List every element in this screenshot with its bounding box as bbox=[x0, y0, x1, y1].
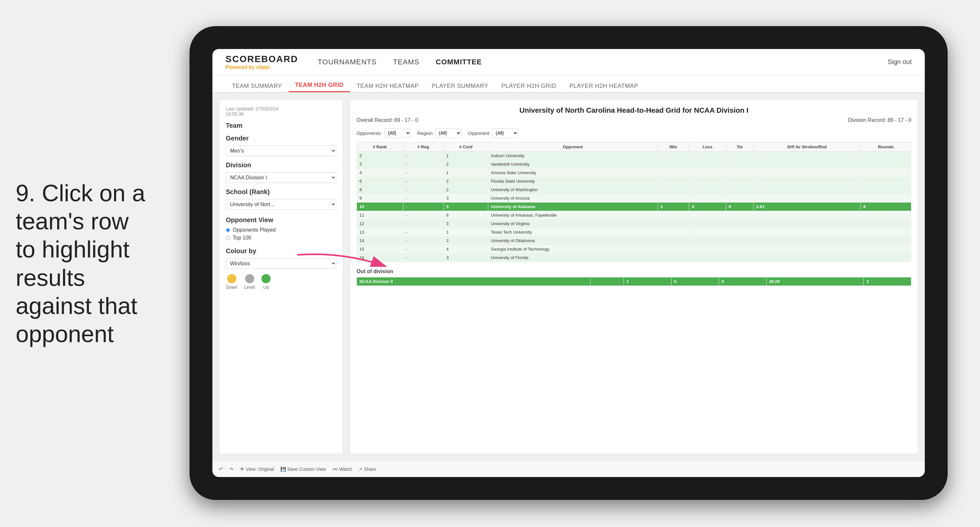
table-row[interactable]: 11-6University of Arkansas, Fayetteville bbox=[357, 211, 912, 220]
opponent-cell: University of Florida bbox=[488, 253, 658, 262]
logo-text: SCOREBOARD bbox=[226, 54, 298, 64]
redo-btn[interactable]: ↷ bbox=[229, 466, 233, 472]
loss-cell bbox=[689, 151, 726, 160]
col-opponent: Opponent bbox=[488, 142, 658, 151]
rounds-cell bbox=[861, 160, 911, 169]
table-row[interactable]: 15-4Georgia Institute of Technology bbox=[357, 245, 912, 253]
reg-cell: - bbox=[403, 237, 444, 245]
table-row[interactable]: 3-2Vanderbilt University bbox=[357, 160, 912, 169]
win-cell bbox=[657, 253, 689, 262]
nav-teams[interactable]: TEAMS bbox=[393, 57, 420, 68]
tab-player-h2h-heatmap[interactable]: PLAYER H2H HEATMAP bbox=[563, 80, 645, 92]
table-row[interactable]: 4-1Arizona State University bbox=[357, 169, 912, 177]
watch-label: Watch bbox=[339, 466, 352, 472]
table-row[interactable]: 10-5University of Alabama3002.618 bbox=[357, 202, 912, 211]
reg-cell: - bbox=[403, 228, 444, 237]
win-cell bbox=[657, 220, 689, 228]
tab-player-summary[interactable]: PLAYER SUMMARY bbox=[425, 80, 495, 92]
radio-top100[interactable]: Top 100 bbox=[226, 235, 336, 241]
conf-cell: 2 bbox=[444, 237, 488, 245]
out-of-division-table: NCAA Division II 1 0 0 26.00 3 bbox=[356, 277, 912, 286]
rank-cell: 4 bbox=[357, 169, 403, 177]
division-select[interactable]: NCAA Division I bbox=[226, 172, 336, 183]
conf-cell: 2 bbox=[444, 160, 488, 169]
conference-select[interactable]: (All) bbox=[385, 128, 411, 137]
nav-items: TOURNAMENTS TEAMS COMMITTEE bbox=[318, 57, 888, 68]
rank-cell: 10 bbox=[357, 202, 403, 211]
tab-player-h2h-grid[interactable]: PLAYER H2H GRID bbox=[495, 80, 563, 92]
rounds-cell bbox=[861, 177, 911, 186]
tie-cell bbox=[726, 237, 753, 245]
opponent-cell: University of Arkansas, Fayetteville bbox=[488, 211, 658, 220]
rank-cell: 2 bbox=[357, 151, 403, 160]
school-select[interactable]: University of Nort... bbox=[226, 199, 336, 210]
win-cell bbox=[657, 177, 689, 186]
radio-top100-input[interactable] bbox=[226, 236, 230, 240]
loss-cell bbox=[689, 253, 726, 262]
table-row[interactable]: 13-1Texas Tech University bbox=[357, 228, 912, 237]
table-row[interactable]: 8-2University of Washington bbox=[357, 186, 912, 194]
conf-cell: 3 bbox=[444, 253, 488, 262]
tie-cell: 0 bbox=[726, 202, 753, 211]
tie-cell bbox=[726, 151, 753, 160]
bottom-toolbar: ↶ ↷ 👁 View: Original 💾 Save Custom View … bbox=[212, 461, 925, 477]
top-nav: SCOREBOARD Powered by clippi TOURNAMENTS… bbox=[212, 49, 925, 75]
toolbar-save[interactable]: 💾 Save Custom View bbox=[280, 466, 326, 472]
loss-cell: 0 bbox=[689, 202, 726, 211]
level-dot bbox=[245, 274, 254, 283]
save-custom-label: Save Custom View bbox=[287, 466, 326, 472]
reg-cell: - bbox=[403, 151, 444, 160]
sign-out-button[interactable]: Sign out bbox=[888, 58, 912, 66]
rounds-cell bbox=[861, 151, 911, 160]
diff-cell bbox=[754, 245, 861, 253]
table-body: 2-1Auburn University3-2Vanderbilt Univer… bbox=[357, 151, 912, 262]
reg-cell: - bbox=[403, 253, 444, 262]
table-row[interactable]: 9-3University of Arizona bbox=[357, 194, 912, 202]
col-win: Win bbox=[657, 142, 689, 151]
loss-cell bbox=[689, 245, 726, 253]
tie-cell bbox=[726, 194, 753, 202]
nav-tournaments[interactable]: TOURNAMENTS bbox=[318, 57, 377, 68]
opponents-played-label: Opponents Played bbox=[233, 227, 276, 233]
conf-cell: 6 bbox=[444, 211, 488, 220]
logo-scoreboard: SCOREBOARD bbox=[226, 54, 298, 64]
tab-team-h2h-grid[interactable]: TEAM H2H GRID bbox=[288, 79, 350, 92]
tab-team-h2h-heatmap[interactable]: TEAM H2H HEATMAP bbox=[350, 80, 425, 92]
toolbar-view[interactable]: 👁 View: Original bbox=[240, 466, 274, 472]
tie-cell bbox=[726, 220, 753, 228]
school-label: School (Rank) bbox=[226, 188, 336, 196]
col-diff: Diff Av Strokes/Rnd bbox=[754, 142, 861, 151]
radio-opponents-played[interactable]: Opponents Played bbox=[226, 227, 336, 233]
radio-opponents-played-input[interactable] bbox=[226, 228, 230, 232]
down-dot bbox=[227, 274, 236, 283]
gender-select[interactable]: Men's bbox=[226, 145, 336, 156]
toolbar-watch[interactable]: 👓 Watch bbox=[332, 466, 352, 472]
save-icon: 💾 bbox=[280, 466, 286, 472]
reg-cell: - bbox=[403, 177, 444, 186]
rank-cell: 12 bbox=[357, 220, 403, 228]
table-row[interactable]: 12-3University of Virginia bbox=[357, 220, 912, 228]
watch-icon: 👓 bbox=[332, 466, 338, 472]
table-row[interactable]: 16-3University of Florida bbox=[357, 253, 912, 262]
conf-cell: 2 bbox=[444, 186, 488, 194]
out-of-division-row[interactable]: NCAA Division II 1 0 0 26.00 3 bbox=[357, 277, 912, 286]
opponent-select[interactable]: (All) bbox=[492, 128, 518, 137]
tab-team-summary[interactable]: TEAM SUMMARY bbox=[226, 80, 288, 92]
diff-cell bbox=[754, 186, 861, 194]
grid-records: Overall Record: 89 - 17 - 0 Division Rec… bbox=[356, 117, 912, 123]
table-row[interactable]: 14-2University of Oklahoma bbox=[357, 237, 912, 245]
rounds-cell bbox=[861, 220, 911, 228]
tie-cell bbox=[726, 253, 753, 262]
sign-out-label: Sign out bbox=[888, 58, 912, 65]
region-select[interactable]: (All) bbox=[435, 128, 461, 137]
sidebar-timestamp: Last Updated: 27/03/2024 16:55:38 bbox=[226, 106, 336, 117]
loss-cell bbox=[689, 186, 726, 194]
sub-nav: TEAM SUMMARY TEAM H2H GRID TEAM H2H HEAT… bbox=[212, 75, 925, 93]
colour-down: Down bbox=[226, 274, 237, 290]
nav-committee[interactable]: COMMITTEE bbox=[436, 57, 482, 68]
up-label: Up bbox=[263, 285, 269, 290]
table-row[interactable]: 6-2Florida State University bbox=[357, 177, 912, 186]
table-row[interactable]: 2-1Auburn University bbox=[357, 151, 912, 160]
undo-btn[interactable]: ↶ bbox=[219, 466, 223, 472]
toolbar-share[interactable]: ↗ Share bbox=[358, 466, 376, 472]
